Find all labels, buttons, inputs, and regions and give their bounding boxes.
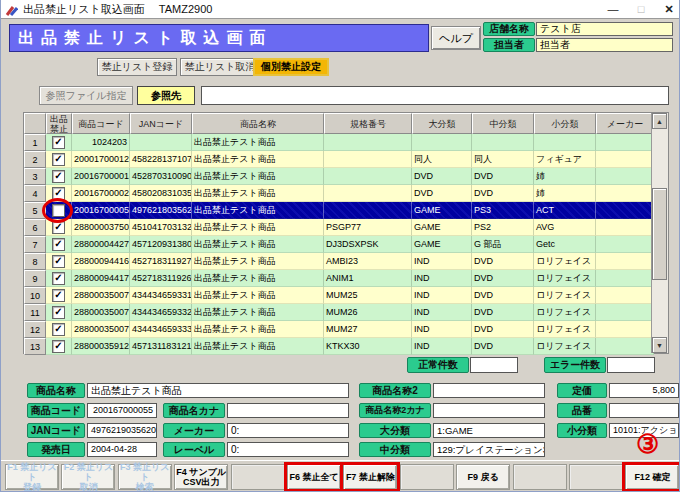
cell-kikaku-number: KTKX30 [324, 338, 412, 355]
table-scrollbar[interactable]: ▲ ▼ [651, 113, 668, 353]
fkey-label: F9 戻る [468, 472, 499, 482]
table-row[interactable]: 8✓2880009441694527183119276出品禁止テスト商品AMBI… [24, 253, 654, 270]
row-number: 2 [24, 151, 46, 168]
help-button[interactable]: ヘルプ [431, 26, 481, 50]
maximize-button[interactable]: □ [633, 3, 649, 15]
cell-jan-code: 4344346593319 [130, 287, 192, 304]
cell-product-name: 出品禁止テスト商品 [192, 185, 324, 202]
middle-category-field: 129:プレイステーション3 [433, 442, 545, 457]
row-number: 8 [24, 253, 46, 270]
ban-checkbox[interactable]: ✓ [52, 340, 65, 353]
ban-checkbox-cell: ✓ [46, 304, 72, 321]
major-category-label: 大分類 [359, 423, 431, 438]
table-row[interactable]: 9✓2880009441714527183119269出品禁止テスト商品ANIM… [24, 270, 654, 287]
maker-label: メーカー [163, 423, 225, 438]
table-row[interactable]: 4✓2001670000224580208310357出品禁止テスト商品DVDD… [24, 185, 654, 202]
browse-button[interactable]: 参照先 [137, 86, 195, 105]
table-row[interactable]: 52001670000554976218035620出品禁止テスト商品GAMEP… [24, 202, 654, 219]
ban-checkbox[interactable]: ✓ [52, 272, 65, 285]
cell-minor-category: AVG [534, 219, 596, 236]
cell-maker [596, 219, 654, 236]
fkey-label2: 取消 [79, 482, 97, 492]
cell-jan-code: 4527183119276 [130, 253, 192, 270]
cell-maker [596, 134, 654, 151]
ban-checkbox-cell: ✓ [46, 168, 72, 185]
fkey-button[interactable]: F7 禁止解除 [343, 464, 397, 490]
cell-product-code: 200167000055 [72, 202, 130, 219]
tab-ban-list-register[interactable]: 禁止リスト登録 [97, 58, 177, 76]
cell-product-code: 288000350075 [72, 287, 130, 304]
table-row[interactable]: 7✓2880000442734571209313803出品禁止テスト商品DJ3D… [24, 236, 654, 253]
ban-checkbox[interactable]: ✓ [52, 238, 65, 251]
cell-minor-category: ロリフェイス [534, 304, 596, 321]
cell-minor-category: ACT [534, 202, 596, 219]
table-row[interactable]: 13✓2880003591214571311831213出品禁止テスト商品KTK… [24, 338, 654, 355]
file-path-input[interactable] [201, 86, 669, 105]
column-header: 商品コード [72, 113, 130, 134]
tab-ban-list-cancel[interactable]: 禁止リスト取消 [180, 58, 260, 76]
product-name2-field [433, 383, 545, 398]
cell-major-category: GAME [412, 236, 472, 253]
table-row[interactable]: 2✓2000170001214582281371076出品禁止テスト商品同人同人… [24, 151, 654, 168]
tab-individual-ban-setting[interactable]: 個別禁止設定 [253, 58, 329, 76]
close-button[interactable]: ✕ [661, 3, 677, 16]
title-bar: 出品禁止リスト取込画面 TAMZ2900 — □ ✕ [1, 0, 680, 19]
annotation-circle [42, 198, 73, 223]
cell-product-name: 出品禁止テスト商品 [192, 151, 324, 168]
fkey-blank-slot [513, 464, 567, 490]
cell-major-category: DVD [412, 168, 472, 185]
ban-checkbox[interactable]: ✓ [52, 289, 65, 302]
ban-checkbox[interactable]: ✓ [52, 255, 65, 268]
table-row[interactable]: 12✓2880003500774344346593333出品禁止テスト商品MUM… [24, 321, 654, 338]
fkey-button[interactable]: F12 確定 [625, 464, 679, 490]
cell-product-code: 288000044273 [72, 236, 130, 253]
table-row[interactable]: 6✓2880000375014510417031321出品禁止テスト商品PSGP… [24, 219, 654, 236]
table-row[interactable]: 10✓2880003500754344346593319出品禁止テスト商品MUM… [24, 287, 654, 304]
cell-kikaku-number [324, 202, 412, 219]
cell-major-category: IND [412, 338, 472, 355]
row-number: 3 [24, 168, 46, 185]
cell-jan-code: 4528703100903 [130, 168, 192, 185]
ban-checkbox[interactable]: ✓ [52, 153, 65, 166]
ban-checkbox[interactable]: ✓ [52, 306, 65, 319]
cell-product-code: 288000037501 [72, 219, 130, 236]
list-price-label: 定価 [557, 383, 607, 398]
table-row[interactable]: 11✓2880003500764344346593326出品禁止テスト商品MUM… [24, 304, 654, 321]
cell-major-category: IND [412, 287, 472, 304]
ban-checkbox-cell: ✓ [46, 270, 72, 287]
app-icon [5, 3, 18, 16]
cell-product-code: 288000944171 [72, 270, 130, 287]
cell-product-code: 288000359121 [72, 338, 130, 355]
table-row[interactable]: 3✓2001670000184528703100903出品禁止テスト商品DVDD… [24, 168, 654, 185]
scrollbar-thumb[interactable] [652, 188, 667, 280]
fkey-button[interactable]: F6 禁止全て [287, 464, 341, 490]
ban-checkbox-cell: ✓ [46, 338, 72, 355]
cell-maker [596, 253, 654, 270]
cell-product-code: 288000944169 [72, 253, 130, 270]
ban-checkbox-cell: ✓ [46, 236, 72, 253]
cell-maker [596, 202, 654, 219]
ban-item-table: 出品 禁止商品コードJANコード商品名称規格番号大分類中分類小分類メーカー1✓1… [23, 112, 669, 354]
specify-file-button[interactable]: 参照ファイル指定 [39, 86, 133, 105]
store-name-label: 店舗名称 [483, 22, 535, 36]
middle-category-label: 中分類 [359, 442, 431, 457]
fkey-button[interactable]: F9 戻る [456, 464, 510, 490]
scroll-up-icon[interactable]: ▲ [652, 113, 667, 129]
minor-category-label: 小分類 [557, 423, 607, 438]
list-price-field: 5,800 [609, 383, 679, 398]
fkey-button[interactable]: F4 サンプルCSV出力 [174, 464, 228, 490]
row-number: 11 [24, 304, 46, 321]
cell-maker [596, 185, 654, 202]
column-header: 中分類 [472, 113, 534, 134]
ban-checkbox[interactable]: ✓ [52, 136, 65, 149]
fkey-label: F4 サンプル [176, 467, 226, 477]
ban-checkbox[interactable]: ✓ [52, 170, 65, 183]
cell-kikaku-number: PSGP77 [324, 219, 412, 236]
table-row[interactable]: 1✓1024203出品禁止テスト商品 [24, 134, 654, 151]
cell-product-name: 出品禁止テスト商品 [192, 338, 324, 355]
minimize-button[interactable]: — [605, 3, 621, 15]
scroll-down-icon[interactable]: ▼ [652, 337, 667, 353]
cell-major-category: GAME [412, 202, 472, 219]
ban-checkbox[interactable]: ✓ [52, 323, 65, 336]
cell-minor-category: ロリフェイス [534, 287, 596, 304]
